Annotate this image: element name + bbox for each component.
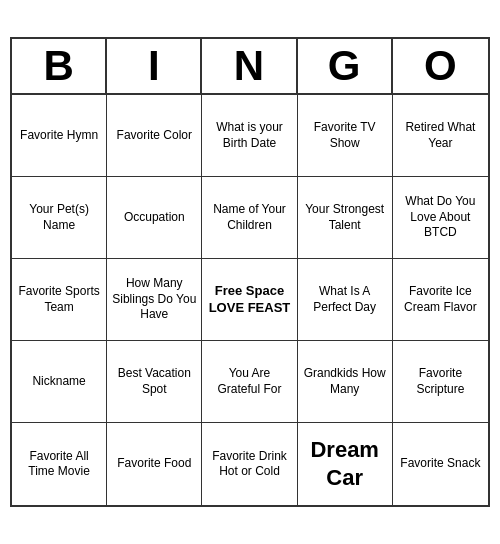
bingo-cell[interactable]: Dream Car	[298, 423, 393, 505]
bingo-cell[interactable]: Free Space LOVE FEAST	[202, 259, 297, 341]
bingo-cell[interactable]: Favorite Drink Hot or Cold	[202, 423, 297, 505]
header-letter: G	[298, 39, 393, 93]
bingo-cell[interactable]: Favorite Sports Team	[12, 259, 107, 341]
bingo-cell[interactable]: Favorite All Time Movie	[12, 423, 107, 505]
bingo-cell[interactable]: What Is A Perfect Day	[298, 259, 393, 341]
header-letter: N	[202, 39, 297, 93]
bingo-cell[interactable]: How Many Siblings Do You Have	[107, 259, 202, 341]
bingo-cell[interactable]: Favorite Food	[107, 423, 202, 505]
bingo-grid: Favorite HymnFavorite ColorWhat is your …	[12, 95, 488, 505]
header-letter: I	[107, 39, 202, 93]
bingo-cell[interactable]: Grandkids How Many	[298, 341, 393, 423]
bingo-cell[interactable]: Favorite Hymn	[12, 95, 107, 177]
bingo-cell[interactable]: You Are Grateful For	[202, 341, 297, 423]
header-letter: O	[393, 39, 488, 93]
bingo-cell[interactable]: Occupation	[107, 177, 202, 259]
bingo-cell[interactable]: Your Strongest Talent	[298, 177, 393, 259]
bingo-cell[interactable]: Favorite Ice Cream Flavor	[393, 259, 488, 341]
bingo-header: BINGO	[12, 39, 488, 95]
bingo-cell[interactable]: Favorite TV Show	[298, 95, 393, 177]
bingo-cell[interactable]: Nickname	[12, 341, 107, 423]
bingo-cell[interactable]: Favorite Snack	[393, 423, 488, 505]
bingo-cell[interactable]: Favorite Scripture	[393, 341, 488, 423]
bingo-cell[interactable]: What is your Birth Date	[202, 95, 297, 177]
bingo-cell[interactable]: Retired What Year	[393, 95, 488, 177]
bingo-cell[interactable]: Your Pet(s) Name	[12, 177, 107, 259]
header-letter: B	[12, 39, 107, 93]
bingo-card: BINGO Favorite HymnFavorite ColorWhat is…	[10, 37, 490, 507]
bingo-cell[interactable]: Best Vacation Spot	[107, 341, 202, 423]
bingo-cell[interactable]: What Do You Love About BTCD	[393, 177, 488, 259]
bingo-cell[interactable]: Favorite Color	[107, 95, 202, 177]
bingo-cell[interactable]: Name of Your Children	[202, 177, 297, 259]
